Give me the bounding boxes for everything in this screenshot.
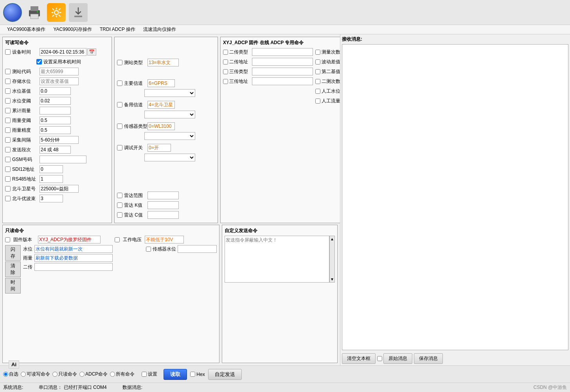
device-time-input[interactable] (40, 48, 86, 56)
adcp-measure-count-checkbox[interactable] (315, 50, 320, 55)
gsm-number-input[interactable] (40, 156, 86, 163)
radio-readonly-cmd-input[interactable] (52, 372, 58, 377)
adcp-manual-flow-checkbox[interactable] (315, 98, 320, 104)
clear-textbox-button[interactable]: 清空文本框 (342, 353, 376, 364)
backup-channel-select[interactable] (144, 111, 195, 118)
menu-trdi-adcp[interactable]: TRDI ADCP 操作 (96, 25, 139, 34)
voltage-checkbox[interactable] (115, 237, 120, 242)
main-channel-select[interactable] (144, 89, 195, 97)
radio-rw-cmd-input[interactable] (21, 372, 26, 377)
calendar-icon[interactable]: 📅 (87, 48, 96, 55)
radar-c-checkbox[interactable] (117, 212, 122, 218)
station-type-checkbox[interactable] (117, 60, 122, 65)
printer-icon[interactable] (25, 3, 44, 22)
menu-yac9900-flash[interactable]: YAC9900闪存操作 (49, 25, 95, 34)
custom-send-textarea[interactable] (225, 236, 329, 283)
radio-adcp-cmd-input[interactable] (79, 372, 85, 377)
radio-readonly-cmd[interactable]: 只读命令 (52, 371, 77, 378)
backup-channel-input[interactable] (147, 101, 175, 109)
firmware-checkbox[interactable] (5, 237, 10, 242)
rain-precision-input[interactable] (40, 126, 71, 134)
level-change-input[interactable] (40, 97, 71, 105)
store-level-input[interactable] (40, 77, 79, 85)
station-code-checkbox[interactable] (5, 69, 11, 74)
collect-interval-input[interactable] (40, 136, 79, 144)
adcp-second-base-checkbox[interactable] (315, 69, 320, 74)
raw-message-checkbox[interactable] (377, 356, 382, 361)
adcp-second-addr-checkbox[interactable] (223, 59, 228, 64)
level-base-input[interactable] (40, 87, 71, 95)
gsm-number-checkbox[interactable] (5, 157, 11, 162)
second-flash-input[interactable] (34, 263, 113, 271)
rain-change-input[interactable] (40, 116, 71, 124)
main-channel-input[interactable] (147, 79, 175, 87)
debug-switch-select[interactable] (144, 154, 195, 161)
radio-self-select-input[interactable] (3, 372, 8, 377)
station-type-input[interactable] (147, 59, 179, 66)
beidou-number-checkbox[interactable] (5, 186, 11, 192)
rain-flash-input[interactable] (34, 254, 113, 262)
level-base-checkbox[interactable] (5, 88, 11, 94)
beidou-beam-checkbox[interactable] (5, 196, 11, 201)
hex-checkbox[interactable] (190, 372, 195, 377)
custom-scrollbar[interactable]: ▲ ▼ (329, 236, 335, 283)
sdi12-checkbox[interactable] (5, 166, 11, 172)
raw-message-button[interactable]: 原始消息 (383, 353, 412, 364)
level-change-checkbox[interactable] (5, 98, 11, 104)
scroll-down-icon[interactable]: ▼ (330, 277, 334, 281)
menu-yac9900-basic[interactable]: YAC9900基本操作 (3, 25, 49, 34)
send-segments-checkbox[interactable] (5, 147, 11, 152)
set-local-time-checkbox[interactable] (36, 59, 42, 64)
water-flash-input[interactable] (34, 245, 113, 253)
store-level-checkbox[interactable] (5, 79, 11, 84)
sdi12-input[interactable] (40, 165, 63, 173)
radio-rw-cmd[interactable]: 可读写命令 (21, 371, 50, 378)
clear-label-button[interactable]: 清除 (5, 261, 21, 277)
voltage-input[interactable] (145, 236, 184, 243)
sensor-type-select[interactable] (144, 132, 195, 140)
settings-icon[interactable] (47, 3, 66, 22)
adcp-second-measure-checkbox[interactable] (315, 79, 320, 84)
accumulated-rain-input[interactable] (40, 107, 71, 115)
send-segments-input[interactable] (40, 146, 71, 154)
read-button[interactable]: 读取 (164, 369, 187, 380)
sensor-water-input[interactable] (178, 245, 217, 253)
rs485-input[interactable] (40, 175, 63, 183)
radar-k-checkbox[interactable] (117, 202, 122, 208)
adcp-second-type-checkbox[interactable] (223, 50, 228, 55)
radio-all-cmd-input[interactable] (110, 372, 115, 377)
radio-all-cmd[interactable]: 所有命令 (110, 371, 135, 378)
accumulated-rain-checkbox[interactable] (5, 108, 11, 113)
adcp-third-addr-input[interactable] (252, 77, 313, 85)
menu-flow-meter[interactable]: 流速流向仪操作 (139, 25, 180, 34)
main-channel-checkbox[interactable] (117, 81, 122, 86)
radar-c-input[interactable] (147, 211, 179, 219)
adcp-second-addr-input[interactable] (252, 58, 313, 66)
radio-adcp-cmd[interactable]: ADCP命令 (79, 371, 108, 378)
beidou-beam-input[interactable] (40, 195, 63, 202)
settings-checkbox[interactable] (142, 372, 147, 377)
rs485-checkbox[interactable] (5, 176, 11, 182)
debug-switch-checkbox[interactable] (117, 145, 122, 150)
sensor-water-checkbox[interactable] (146, 247, 151, 252)
adcp-second-type-input[interactable] (252, 48, 313, 56)
custom-send-button[interactable]: 自定发送 (208, 369, 242, 380)
flash-label-button[interactable]: 闪存 (5, 245, 21, 261)
time-label-button[interactable]: 时间 (5, 278, 21, 294)
radar-range-input[interactable] (147, 192, 179, 199)
adcp-fluctuation-checkbox[interactable] (315, 59, 320, 64)
adcp-third-addr-checkbox[interactable] (223, 79, 228, 84)
radio-self-select[interactable]: 自选 (3, 371, 18, 378)
adcp-third-type-input[interactable] (252, 68, 313, 75)
device-time-checkbox[interactable] (5, 49, 11, 55)
save-message-button[interactable]: 保存消息 (414, 353, 443, 364)
station-code-input[interactable] (40, 68, 79, 75)
collect-interval-checkbox[interactable] (5, 137, 11, 143)
scroll-up-icon[interactable]: ▲ (330, 237, 334, 241)
sensor-type-input[interactable] (147, 122, 175, 130)
radar-range-checkbox[interactable] (117, 193, 122, 198)
rain-change-checkbox[interactable] (5, 118, 11, 123)
download-icon[interactable] (69, 3, 88, 22)
adcp-third-type-checkbox[interactable] (223, 69, 228, 74)
radar-k-input[interactable] (147, 201, 179, 209)
